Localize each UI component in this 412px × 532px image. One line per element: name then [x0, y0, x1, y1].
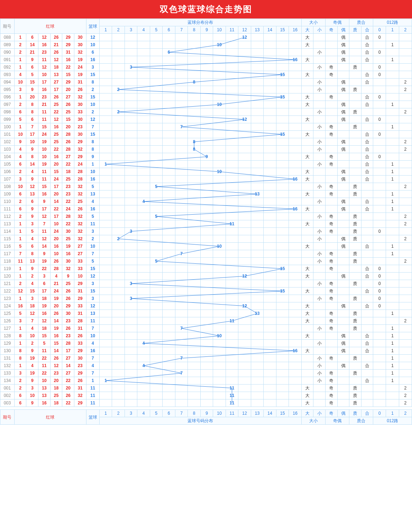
zh-comp: 合 — [361, 265, 373, 273]
period-cell: 127 — [0, 325, 15, 332]
qo-odd: 奇 — [325, 288, 337, 295]
dist-empty — [163, 235, 175, 243]
dx-small: 小 — [313, 161, 326, 168]
p012-0 — [373, 370, 386, 377]
dist-empty — [226, 108, 238, 116]
dist-empty — [175, 198, 187, 205]
red-ball: 12 — [50, 56, 62, 64]
qo-odd: 奇 — [325, 213, 337, 220]
dist-empty — [188, 258, 200, 265]
red-ball: 1 — [14, 93, 26, 101]
p012-1 — [386, 49, 399, 56]
dist-empty — [251, 250, 263, 258]
dist-empty — [175, 235, 187, 243]
dist-empty — [264, 79, 276, 86]
dist-empty — [238, 56, 251, 64]
dist-col-13: 13 — [251, 26, 263, 34]
foot-dist-2: 2 — [112, 410, 125, 417]
p012-1 — [386, 131, 399, 138]
dist-empty — [112, 168, 125, 176]
dist-empty — [99, 332, 112, 340]
qo-even: 偶 — [337, 235, 349, 243]
blue-ball: 16 — [86, 176, 99, 183]
dist-empty — [188, 325, 200, 332]
qo-odd — [325, 86, 337, 93]
dist-empty — [226, 265, 238, 273]
dist-empty — [289, 340, 301, 347]
dist-empty — [238, 288, 251, 295]
period-cell: 091 — [0, 56, 15, 64]
zh-prime: 质 — [349, 258, 361, 265]
dist-empty — [238, 176, 251, 183]
red-ball: 16 — [38, 41, 51, 49]
red-ball: 14 — [50, 347, 62, 355]
dist-empty — [226, 153, 238, 161]
qo-odd: 奇 — [325, 258, 337, 265]
zh-comp: 合 — [361, 56, 373, 64]
dist-empty — [163, 265, 175, 273]
dist-empty — [238, 49, 251, 56]
dist-empty — [175, 392, 187, 399]
dist-empty — [163, 34, 175, 41]
period-cell: 001 — [0, 385, 15, 392]
red-ball: 14 — [50, 317, 62, 325]
dist-empty — [137, 250, 150, 258]
p012-1 — [386, 288, 399, 295]
zh-prime: 质 — [349, 310, 361, 317]
p012-0 — [373, 325, 386, 332]
dist-empty — [200, 56, 213, 64]
red-ball: 24 — [50, 176, 62, 183]
dist-empty — [213, 220, 226, 228]
dist-empty — [150, 131, 162, 138]
red-ball: 1 — [14, 273, 26, 280]
blue-ball: 3 — [86, 64, 99, 71]
p012-1: 1 — [386, 347, 399, 355]
zh-comp: 合 — [361, 340, 373, 347]
red-ball: 22 — [62, 198, 74, 205]
p012-2 — [399, 93, 412, 101]
dist-col-9: 9 — [200, 26, 213, 34]
red-ball: 15 — [38, 183, 51, 190]
foot-blue: 篮球 — [86, 410, 99, 425]
dist-empty — [213, 317, 226, 325]
red-ball: 6 — [26, 243, 38, 250]
dx-small: 小 — [313, 295, 326, 302]
dist-empty — [238, 153, 251, 161]
qo-odd: 奇 — [325, 317, 337, 325]
red-ball: 3 — [14, 370, 26, 377]
dist-empty — [289, 116, 301, 123]
red-ball: 10 — [50, 250, 62, 258]
dist-empty — [112, 183, 125, 190]
red-ball: 26 — [74, 332, 86, 340]
blue-ball: 7 — [86, 355, 99, 362]
red-ball: 28 — [74, 317, 86, 325]
dist-empty — [125, 377, 137, 385]
dist-empty — [188, 168, 200, 176]
dist-empty — [226, 340, 238, 347]
data-row: 11811131926303355小奇质2 — [0, 258, 412, 265]
red-ball: 20 — [50, 235, 62, 243]
red-ball: 6 — [14, 399, 26, 407]
p012-1 — [386, 280, 399, 288]
p012-1: 1 — [386, 190, 399, 198]
dist-empty — [226, 71, 238, 79]
dist-empty — [163, 332, 175, 340]
dist-empty — [251, 108, 263, 116]
p012-1 — [386, 265, 399, 273]
p012-0 — [373, 205, 386, 213]
qo-even — [337, 183, 349, 190]
dist-empty — [112, 64, 125, 71]
dist-empty — [125, 317, 137, 325]
red-ball: 29 — [74, 295, 86, 302]
dist-empty — [264, 131, 276, 138]
data-row: 11778910162777小奇质1 — [0, 250, 412, 258]
dist-empty — [99, 310, 112, 317]
p012-0 — [373, 146, 386, 153]
dist-empty — [238, 235, 251, 243]
dist-empty — [289, 86, 301, 93]
data-row: 089214162129301010大偶合1 — [0, 41, 412, 49]
red-ball: 26 — [62, 392, 74, 399]
dist-empty — [188, 41, 200, 49]
zh-prime: 质 — [349, 399, 361, 407]
red-ball: 4 — [50, 273, 62, 280]
